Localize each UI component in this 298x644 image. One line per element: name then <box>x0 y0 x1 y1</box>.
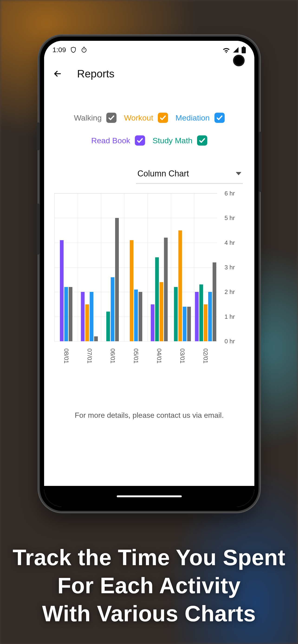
promo-line: Track the Time You Spent <box>0 544 298 572</box>
legend-item[interactable]: Walking <box>74 113 117 123</box>
column-chart: 0 hr1 hr2 hr3 hr4 hr5 hr6 hr08/0107/0106… <box>53 193 245 369</box>
screen: 1:09 <box>44 41 254 507</box>
bar[interactable] <box>164 238 168 341</box>
footer-note: For more details, please contact us via … <box>53 411 245 420</box>
bar[interactable] <box>111 277 114 341</box>
series-legend: Walking Workout Mediation Read Book Stud… <box>53 113 245 146</box>
bar[interactable] <box>94 336 98 341</box>
shield-outline-icon <box>70 46 77 53</box>
bar[interactable] <box>155 257 159 341</box>
bar[interactable] <box>174 287 178 341</box>
bar[interactable] <box>85 304 89 342</box>
bar-group <box>174 230 191 342</box>
battery-icon <box>241 46 246 53</box>
app-content: 1:09 <box>44 41 254 486</box>
timer-outline-icon <box>81 46 87 53</box>
promo-line: With Various Charts <box>0 600 298 628</box>
bar[interactable] <box>106 312 110 341</box>
bar[interactable] <box>130 240 133 341</box>
bar[interactable] <box>60 240 64 341</box>
y-tick-label: 5 hr <box>224 214 235 222</box>
bar[interactable] <box>199 284 203 341</box>
checkbox-checked-icon[interactable] <box>158 113 168 123</box>
x-tick-label: 08/01 <box>63 348 70 364</box>
x-tick-label: 05/01 <box>132 348 139 364</box>
legend-label: Read Book <box>91 136 130 145</box>
hole-punch-camera <box>233 55 245 66</box>
phone-side-button <box>37 122 40 150</box>
y-tick-label: 6 hr <box>224 190 235 197</box>
x-tick-label: 02/01 <box>202 348 209 364</box>
status-bar: 1:09 <box>44 41 254 56</box>
bar[interactable] <box>139 292 142 341</box>
legend-item[interactable]: Read Book <box>91 136 145 146</box>
x-tick-label: 03/01 <box>179 348 186 364</box>
bar[interactable] <box>183 307 186 341</box>
y-tick-label: 2 hr <box>224 288 235 296</box>
y-tick-label: 3 hr <box>224 264 235 271</box>
bar[interactable] <box>115 218 119 341</box>
android-nav-bar <box>44 486 254 507</box>
bar-group <box>60 240 72 341</box>
promo-line: For Each Activity <box>0 572 298 600</box>
legend-label: Walking <box>74 113 102 122</box>
bar[interactable] <box>213 262 216 341</box>
bar-group <box>81 292 98 341</box>
arrow-left-icon <box>53 69 63 78</box>
chart-type-dropdown[interactable]: Column Chart <box>136 166 243 184</box>
bar[interactable] <box>151 304 154 342</box>
cell-signal-icon <box>232 46 239 53</box>
bar[interactable] <box>178 230 182 342</box>
bar[interactable] <box>81 292 85 341</box>
x-tick-label: 04/01 <box>155 348 163 364</box>
bar[interactable] <box>64 287 68 341</box>
checkbox-checked-icon[interactable] <box>214 113 225 123</box>
checkbox-checked-icon[interactable] <box>135 136 145 146</box>
y-tick-label: 0 hr <box>224 338 235 345</box>
back-button[interactable] <box>51 67 64 80</box>
bar[interactable] <box>195 292 199 341</box>
bar[interactable] <box>159 282 163 341</box>
bar[interactable] <box>187 307 191 341</box>
checkbox-checked-icon[interactable] <box>197 136 207 146</box>
phone-side-button <box>258 132 262 192</box>
promo-headline: Track the Time You SpentFor Each Activit… <box>0 544 298 628</box>
y-tick-label: 1 hr <box>224 313 235 320</box>
home-indicator[interactable] <box>117 496 182 497</box>
legend-item[interactable]: Workout <box>124 113 168 123</box>
bar[interactable] <box>69 287 72 341</box>
chart-type-value: Column Chart <box>137 169 189 178</box>
phone-frame: 1:09 <box>40 37 258 511</box>
bar-group <box>130 240 142 341</box>
x-tick-label: 07/01 <box>86 348 93 364</box>
bar[interactable] <box>204 304 207 342</box>
legend-label: Study Math <box>152 136 192 145</box>
bar[interactable] <box>90 292 94 341</box>
app-bar: Reports <box>44 56 254 82</box>
x-tick-label: 06/01 <box>109 348 116 364</box>
legend-item[interactable]: Study Math <box>152 136 207 146</box>
checkbox-checked-icon[interactable] <box>106 113 117 123</box>
bar-group <box>195 262 216 341</box>
bar[interactable] <box>134 290 138 341</box>
y-tick-label: 4 hr <box>224 239 235 246</box>
page-title: Reports <box>77 68 114 80</box>
bar-group <box>106 218 119 341</box>
bar-group <box>151 238 168 341</box>
bar[interactable] <box>208 292 212 341</box>
status-time: 1:09 <box>53 46 66 54</box>
legend-label: Mediation <box>175 113 210 122</box>
wifi-icon <box>222 46 230 53</box>
phone-side-button <box>37 204 40 254</box>
legend-label: Workout <box>124 113 153 122</box>
chevron-down-icon <box>236 172 241 175</box>
legend-item[interactable]: Mediation <box>175 113 224 123</box>
